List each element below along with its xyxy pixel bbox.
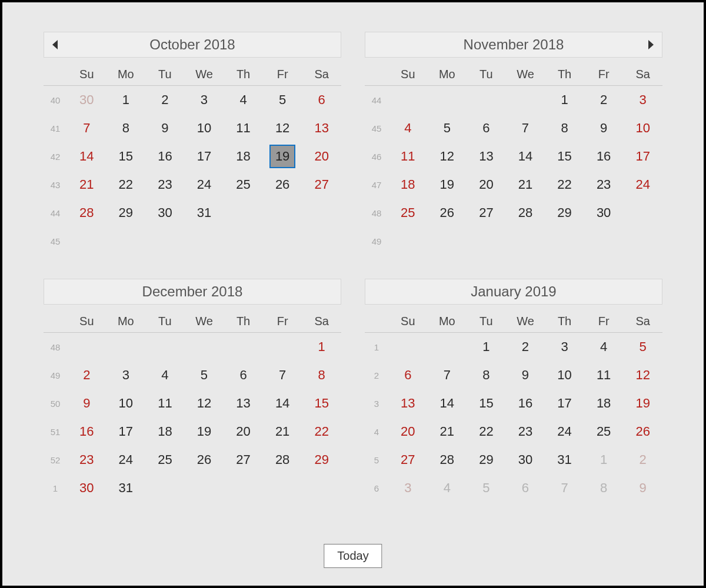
day-cell[interactable]: 9 (630, 476, 656, 500)
chevron-left-icon[interactable] (52, 40, 58, 49)
day-cell[interactable]: 9 (591, 116, 617, 140)
day-cell[interactable]: 22 (552, 173, 578, 196)
day-cell[interactable]: 4 (395, 116, 421, 140)
day-cell[interactable]: 11 (231, 116, 257, 140)
day-cell[interactable]: 8 (113, 116, 139, 140)
day-cell[interactable]: 13 (473, 145, 499, 168)
month-title[interactable]: November 2018 (464, 36, 564, 53)
day-cell[interactable]: 27 (395, 448, 421, 472)
day-cell[interactable]: 19 (630, 392, 656, 415)
day-cell[interactable]: 28 (74, 201, 99, 225)
day-cell[interactable]: 29 (309, 448, 335, 472)
day-cell[interactable]: 10 (630, 116, 656, 140)
day-cell[interactable]: 25 (591, 420, 617, 443)
day-cell[interactable]: 25 (395, 201, 421, 225)
day-cell[interactable]: 21 (434, 420, 460, 443)
day-cell[interactable]: 3 (552, 335, 578, 359)
day-cell[interactable]: 26 (434, 201, 460, 225)
day-cell[interactable]: 7 (269, 363, 295, 387)
day-cell[interactable]: 1 (591, 448, 617, 472)
day-cell[interactable]: 15 (113, 145, 139, 168)
day-cell[interactable]: 10 (113, 392, 139, 415)
day-cell[interactable]: 25 (231, 173, 257, 196)
day-cell[interactable]: 17 (191, 145, 217, 168)
day-cell[interactable]: 7 (74, 116, 99, 140)
day-cell[interactable]: 17 (113, 420, 139, 443)
day-cell[interactable]: 1 (473, 335, 499, 359)
day-cell[interactable]: 22 (113, 173, 139, 196)
day-cell[interactable]: 11 (591, 363, 617, 387)
chevron-right-icon[interactable] (648, 40, 654, 49)
day-cell[interactable]: 26 (630, 420, 656, 443)
day-cell[interactable]: 4 (152, 363, 178, 387)
day-cell[interactable]: 4 (231, 88, 257, 112)
day-cell[interactable]: 31 (113, 476, 139, 500)
day-cell[interactable]: 16 (512, 392, 538, 415)
day-cell[interactable]: 26 (191, 448, 217, 472)
day-cell[interactable]: 3 (191, 88, 217, 112)
day-cell[interactable]: 8 (473, 363, 499, 387)
day-cell[interactable]: 30 (74, 476, 99, 500)
day-cell[interactable]: 1 (309, 335, 335, 359)
day-cell[interactable]: 18 (152, 420, 178, 443)
day-cell[interactable]: 5 (473, 476, 499, 500)
day-cell[interactable]: 18 (591, 392, 617, 415)
day-cell[interactable]: 7 (512, 116, 538, 140)
day-cell[interactable]: 6 (473, 116, 499, 140)
day-cell[interactable]: 14 (512, 145, 538, 168)
day-cell[interactable]: 22 (309, 420, 335, 443)
day-cell[interactable]: 16 (591, 145, 617, 168)
day-cell[interactable]: 14 (434, 392, 460, 415)
day-cell[interactable]: 20 (231, 420, 257, 443)
month-title[interactable]: December 2018 (142, 283, 243, 300)
day-cell[interactable]: 8 (591, 476, 617, 500)
day-cell[interactable]: 15 (552, 145, 578, 168)
day-cell[interactable]: 6 (231, 363, 257, 387)
day-cell[interactable]: 2 (591, 88, 617, 112)
day-cell[interactable]: 9 (152, 116, 178, 140)
day-cell[interactable]: 15 (473, 392, 499, 415)
day-cell[interactable]: 17 (552, 392, 578, 415)
day-cell[interactable]: 28 (269, 448, 295, 472)
day-cell[interactable]: 31 (552, 448, 578, 472)
day-cell[interactable]: 5 (269, 88, 295, 112)
day-cell[interactable]: 24 (113, 448, 139, 472)
day-cell[interactable]: 25 (152, 448, 178, 472)
day-cell[interactable]: 3 (630, 88, 656, 112)
day-cell[interactable]: 30 (512, 448, 538, 472)
day-cell[interactable]: 24 (552, 420, 578, 443)
day-cell[interactable]: 6 (512, 476, 538, 500)
day-cell[interactable]: 12 (630, 363, 656, 387)
day-cell[interactable]: 2 (152, 88, 178, 112)
day-cell[interactable]: 3 (395, 476, 421, 500)
day-cell[interactable]: 19 (434, 173, 460, 196)
day-cell[interactable]: 11 (152, 392, 178, 415)
day-cell[interactable]: 8 (552, 116, 578, 140)
day-cell[interactable]: 2 (74, 363, 99, 387)
today-button[interactable]: Today (324, 544, 382, 568)
day-cell[interactable]: 20 (309, 145, 335, 168)
day-cell[interactable]: 1 (113, 88, 139, 112)
month-title[interactable]: October 2018 (149, 36, 235, 53)
day-cell[interactable]: 23 (512, 420, 538, 443)
day-cell[interactable]: 29 (113, 201, 139, 225)
day-cell[interactable]: 4 (434, 476, 460, 500)
day-cell[interactable]: 7 (552, 476, 578, 500)
day-cell[interactable]: 2 (630, 448, 656, 472)
day-cell[interactable]: 24 (630, 173, 656, 196)
day-cell[interactable]: 27 (309, 173, 335, 196)
day-cell[interactable]: 31 (191, 201, 217, 225)
day-cell[interactable]: 19 (269, 145, 295, 168)
day-cell[interactable]: 29 (552, 201, 578, 225)
day-cell[interactable]: 30 (74, 88, 99, 112)
day-cell[interactable]: 23 (152, 173, 178, 196)
day-cell[interactable]: 30 (591, 201, 617, 225)
day-cell[interactable]: 15 (309, 392, 335, 415)
day-cell[interactable]: 14 (269, 392, 295, 415)
day-cell[interactable]: 10 (191, 116, 217, 140)
day-cell[interactable]: 16 (74, 420, 99, 443)
day-cell[interactable]: 2 (512, 335, 538, 359)
day-cell[interactable]: 10 (552, 363, 578, 387)
day-cell[interactable]: 3 (113, 363, 139, 387)
day-cell[interactable]: 19 (191, 420, 217, 443)
